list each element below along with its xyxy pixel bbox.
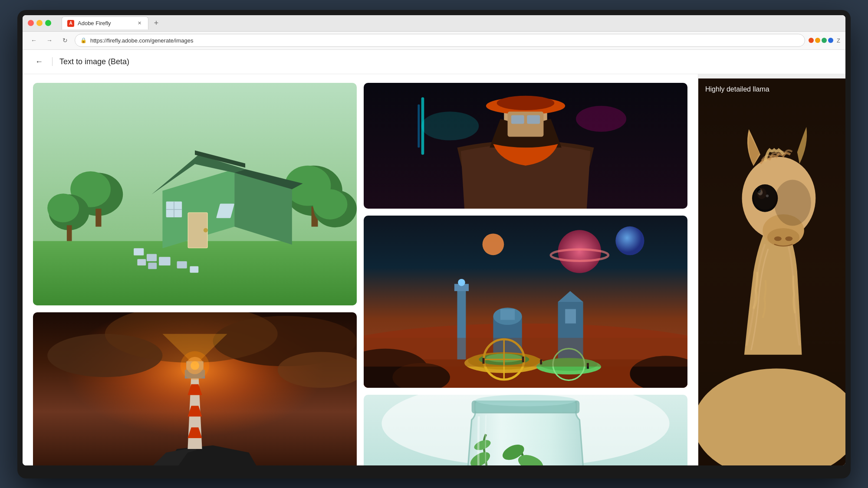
active-tab[interactable]: A Adobe Firefly ✕ bbox=[62, 16, 148, 29]
back-nav-button[interactable]: ← bbox=[28, 34, 40, 46]
svg-point-65 bbox=[615, 226, 644, 255]
forward-nav-button[interactable]: → bbox=[43, 34, 56, 46]
browser-toolbar: ← → ↻ 🔒 https://firefly.adobe.com/genera… bbox=[23, 32, 845, 50]
llama-image bbox=[698, 79, 845, 465]
svg-point-54 bbox=[576, 106, 626, 132]
right-panel: Highly detailed llama bbox=[698, 74, 845, 465]
page-content: ← Text to image (Beta) bbox=[23, 50, 845, 465]
svg-point-66 bbox=[483, 233, 504, 255]
extension-label: Z bbox=[837, 37, 840, 44]
gallery-col-left bbox=[33, 83, 357, 465]
svg-rect-95 bbox=[364, 337, 687, 366]
gallery-item-jar[interactable] bbox=[364, 395, 687, 465]
svg-rect-29 bbox=[137, 259, 146, 265]
page-title: Text to image (Beta) bbox=[59, 57, 129, 66]
svg-point-12 bbox=[313, 189, 348, 219]
tab-favicon: A bbox=[67, 20, 74, 27]
address-bar[interactable]: 🔒 https://firefly.adobe.com/generate/ima… bbox=[75, 34, 805, 47]
svg-point-63 bbox=[558, 230, 601, 273]
browser-chrome: A Adobe Firefly ✕ + ← → ↻ 🔒 https://fire… bbox=[23, 15, 845, 50]
svg-point-53 bbox=[421, 111, 479, 140]
tab-title: Adobe Firefly bbox=[78, 20, 111, 26]
svg-point-6 bbox=[47, 193, 79, 222]
svg-point-124 bbox=[766, 194, 769, 197]
panel-top-bar bbox=[698, 74, 845, 79]
gallery-item-cyberpunk[interactable] bbox=[364, 83, 687, 209]
screen: A Adobe Firefly ✕ + ← → ↻ 🔒 https://fire… bbox=[23, 15, 845, 465]
url-text: https://firefly.adobe.com/generate/image… bbox=[90, 37, 194, 44]
svg-rect-25 bbox=[134, 248, 144, 255]
svg-point-20 bbox=[204, 228, 208, 232]
svg-rect-61 bbox=[527, 115, 540, 124]
svg-rect-7 bbox=[67, 225, 72, 241]
svg-point-115 bbox=[767, 228, 799, 246]
scifi-image bbox=[364, 216, 687, 388]
lock-icon: 🔒 bbox=[80, 37, 87, 43]
svg-rect-58 bbox=[418, 104, 420, 147]
gallery-item-scifi[interactable] bbox=[364, 216, 687, 388]
svg-point-116 bbox=[774, 236, 782, 241]
svg-rect-4 bbox=[95, 209, 101, 226]
jar-image bbox=[364, 395, 687, 465]
svg-rect-60 bbox=[511, 115, 524, 124]
svg-rect-74 bbox=[500, 309, 515, 320]
maximize-button[interactable] bbox=[45, 20, 51, 26]
main-area: Highly detailed llama bbox=[23, 74, 845, 465]
laptop-frame: A Adobe Firefly ✕ + ← → ↻ 🔒 https://fire… bbox=[17, 10, 851, 478]
tab-bar: A Adobe Firefly ✕ + bbox=[62, 16, 840, 29]
title-bar: A Adobe Firefly ✕ + bbox=[23, 15, 845, 32]
svg-rect-1 bbox=[33, 241, 357, 305]
dot-red bbox=[809, 38, 814, 43]
minimize-button[interactable] bbox=[36, 20, 43, 26]
refresh-button[interactable]: ↻ bbox=[59, 34, 71, 46]
svg-rect-26 bbox=[147, 254, 157, 261]
gallery-item-lighthouse[interactable] bbox=[33, 312, 357, 465]
gallery bbox=[23, 74, 698, 465]
svg-rect-57 bbox=[421, 97, 424, 155]
svg-point-56 bbox=[497, 95, 555, 110]
svg-point-50 bbox=[186, 357, 204, 374]
svg-rect-31 bbox=[190, 266, 198, 272]
svg-rect-30 bbox=[177, 261, 187, 269]
svg-point-77 bbox=[458, 278, 465, 286]
dot-green bbox=[822, 38, 827, 43]
svg-rect-27 bbox=[159, 257, 171, 265]
back-page-button[interactable]: ← bbox=[33, 56, 45, 68]
page-header: ← Text to image (Beta) bbox=[23, 50, 845, 74]
svg-point-100 bbox=[475, 395, 576, 406]
tab-close-button[interactable]: ✕ bbox=[136, 20, 143, 27]
cyberpunk-image bbox=[364, 83, 687, 209]
profile-dots bbox=[809, 38, 833, 43]
svg-point-125 bbox=[774, 180, 811, 226]
dot-blue bbox=[828, 38, 833, 43]
svg-rect-28 bbox=[148, 262, 157, 269]
llama-panel: Highly detailed llama bbox=[698, 79, 845, 465]
house-image bbox=[33, 83, 357, 306]
gallery-col-right bbox=[364, 83, 687, 465]
lighthouse-image bbox=[33, 312, 357, 465]
svg-point-117 bbox=[785, 236, 792, 241]
llama-label: Highly detailed llama bbox=[705, 85, 769, 93]
toolbar-right: Z bbox=[809, 37, 840, 44]
dot-orange bbox=[815, 38, 820, 43]
gallery-item-house[interactable] bbox=[33, 83, 357, 306]
new-tab-button[interactable]: + bbox=[150, 17, 162, 29]
close-button[interactable] bbox=[28, 20, 34, 26]
svg-point-123 bbox=[758, 190, 763, 195]
header-divider bbox=[52, 57, 53, 66]
svg-rect-80 bbox=[565, 309, 576, 323]
traffic-lights bbox=[28, 20, 51, 26]
